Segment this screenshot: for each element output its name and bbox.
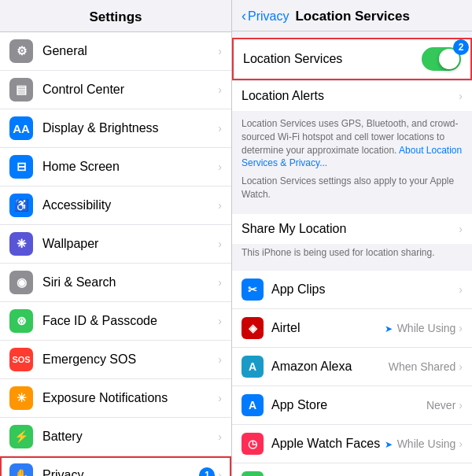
chevron-display: › bbox=[218, 122, 222, 135]
display-icon: AA bbox=[9, 116, 33, 140]
settings-item-emergency-sos[interactable]: SOSEmergency SOS› bbox=[0, 341, 231, 379]
settings-label-privacy: Privacy bbox=[42, 468, 199, 476]
settings-item-privacy[interactable]: ✋Privacy1› bbox=[0, 456, 231, 476]
chevron-emergency-sos: › bbox=[218, 353, 222, 366]
right-header: ‹ Privacy Location Services bbox=[232, 0, 472, 31]
settings-label-emergency-sos: Emergency SOS bbox=[42, 352, 218, 367]
settings-label-display: Display & Brightness bbox=[42, 121, 218, 135]
settings-label-general: General bbox=[42, 44, 218, 58]
settings-item-accessibility[interactable]: ♿Accessibility› bbox=[0, 186, 231, 225]
chevron-face-id: › bbox=[218, 315, 222, 327]
face-id-icon: ⊛ bbox=[9, 309, 33, 333]
app-label-apple-watch-faces: Apple Watch Faces bbox=[271, 437, 385, 451]
chevron-privacy: › bbox=[218, 469, 222, 476]
app-value-apple-watch-faces: ➤ While Using bbox=[385, 437, 455, 450]
settings-item-general[interactable]: ⚙General› bbox=[0, 32, 231, 71]
share-note: This iPhone is being used for location s… bbox=[232, 244, 472, 264]
apple-watch-workout-icon: ✦ bbox=[242, 471, 264, 476]
location-arrow-icon: ➤ bbox=[385, 323, 395, 334]
location-description: Location Services uses GPS, Bluetooth, a… bbox=[232, 111, 472, 208]
airtel-icon: ◈ bbox=[242, 317, 264, 339]
app-row-apple-watch-faces[interactable]: ◷Apple Watch Faces➤ While Using› bbox=[232, 425, 472, 463]
location-services-toggle[interactable]: 2 bbox=[422, 47, 461, 71]
settings-label-control-center: Control Center bbox=[42, 83, 218, 97]
settings-header: Settings bbox=[0, 0, 231, 32]
badge-privacy: 1 bbox=[199, 467, 215, 476]
app-label-app-store: App Store bbox=[271, 398, 426, 412]
app-row-app-clips[interactable]: ✂App Clips› bbox=[232, 271, 472, 309]
wallpaper-icon: ❈ bbox=[9, 232, 33, 256]
share-chevron: › bbox=[459, 223, 463, 235]
right-panel-title: Location Services bbox=[295, 9, 410, 24]
watch-note: Location Services settings also apply to… bbox=[242, 175, 463, 201]
app-value-app-store: Never bbox=[426, 399, 455, 411]
back-button[interactable]: ‹ Privacy bbox=[242, 8, 289, 24]
privacy-icon: ✋ bbox=[9, 463, 33, 476]
app-chevron-app-clips: › bbox=[459, 283, 463, 296]
chevron-home-screen: › bbox=[218, 161, 222, 173]
location-alerts-label: Location Alerts bbox=[242, 89, 459, 103]
location-alerts-chevron: › bbox=[459, 90, 463, 102]
back-label: Privacy bbox=[248, 9, 289, 24]
chevron-accessibility: › bbox=[218, 199, 222, 212]
settings-item-siri-search[interactable]: ◉Siri & Search› bbox=[0, 264, 231, 302]
back-chevron-icon: ‹ bbox=[242, 8, 246, 24]
settings-item-display[interactable]: AADisplay & Brightness› bbox=[0, 109, 231, 148]
location-alerts-row[interactable]: Location Alerts › bbox=[232, 81, 472, 111]
app-chevron-apple-watch-faces: › bbox=[459, 437, 463, 450]
chevron-battery: › bbox=[218, 430, 222, 443]
accessibility-icon: ♿ bbox=[9, 194, 33, 217]
settings-label-accessibility: Accessibility bbox=[42, 198, 218, 212]
app-clips-icon: ✂ bbox=[242, 279, 264, 301]
battery-icon: ⚡ bbox=[9, 425, 33, 448]
settings-item-face-id[interactable]: ⊛Face ID & Passcode› bbox=[0, 302, 231, 341]
chevron-exposure: › bbox=[218, 392, 222, 404]
chevron-siri-search: › bbox=[218, 276, 222, 289]
share-my-location-row[interactable]: Share My Location › bbox=[232, 214, 472, 244]
settings-item-home-screen[interactable]: ⊟Home Screen› bbox=[0, 148, 231, 186]
badge-2: 2 bbox=[453, 39, 469, 55]
app-row-apple-watch-workout[interactable]: ✦Apple Watch WorkoutNever› bbox=[232, 463, 472, 476]
settings-item-control-center[interactable]: ▤Control Center› bbox=[0, 71, 231, 109]
app-row-app-store[interactable]: AApp StoreNever› bbox=[232, 386, 472, 425]
left-panel: Settings ⚙General›▤Control Center›AADisp… bbox=[0, 0, 232, 476]
location-services-row: Location Services 2 bbox=[232, 38, 472, 80]
location-desc-text: Location Services uses GPS, Bluetooth, a… bbox=[242, 117, 463, 170]
siri-search-icon: ◉ bbox=[9, 271, 33, 294]
app-value-airtel: ➤ While Using bbox=[385, 322, 455, 334]
home-screen-icon: ⊟ bbox=[9, 155, 33, 179]
location-services-label: Location Services bbox=[243, 52, 422, 66]
settings-list: ⚙General›▤Control Center›AADisplay & Bri… bbox=[0, 32, 231, 476]
app-row-airtel[interactable]: ◈Airtel➤ While Using› bbox=[232, 309, 472, 348]
settings-label-wallpaper: Wallpaper bbox=[42, 237, 218, 251]
alexa-icon: A bbox=[242, 356, 264, 378]
settings-item-wallpaper[interactable]: ❈Wallpaper› bbox=[0, 225, 231, 264]
control-center-icon: ▤ bbox=[9, 78, 33, 101]
settings-label-exposure: Exposure Notifications bbox=[42, 391, 218, 405]
settings-title: Settings bbox=[89, 9, 142, 24]
chevron-control-center: › bbox=[218, 83, 222, 96]
app-label-alexa: Amazon Alexa bbox=[271, 360, 389, 374]
app-label-app-clips: App Clips bbox=[271, 282, 459, 297]
apple-watch-faces-icon: ◷ bbox=[242, 433, 264, 455]
app-chevron-alexa: › bbox=[459, 360, 463, 373]
chevron-general: › bbox=[218, 45, 222, 57]
apps-section: ✂App Clips›◈Airtel➤ While Using›AAmazon … bbox=[232, 271, 472, 476]
settings-label-siri-search: Siri & Search bbox=[42, 275, 218, 290]
app-chevron-app-store: › bbox=[459, 399, 463, 411]
settings-label-face-id: Face ID & Passcode bbox=[42, 314, 218, 328]
settings-label-home-screen: Home Screen bbox=[42, 160, 218, 174]
chevron-wallpaper: › bbox=[218, 238, 222, 250]
app-label-airtel: Airtel bbox=[271, 321, 385, 335]
general-icon: ⚙ bbox=[9, 39, 33, 63]
app-chevron-airtel: › bbox=[459, 322, 463, 334]
location-arrow-icon: ➤ bbox=[385, 439, 395, 450]
app-store-icon: A bbox=[242, 394, 264, 416]
share-my-location-label: Share My Location bbox=[242, 222, 459, 236]
settings-item-exposure[interactable]: ✳Exposure Notifications› bbox=[0, 379, 231, 418]
settings-label-battery: Battery bbox=[42, 430, 218, 444]
settings-item-battery[interactable]: ⚡Battery› bbox=[0, 418, 231, 456]
app-row-alexa[interactable]: AAmazon AlexaWhen Shared› bbox=[232, 348, 472, 386]
emergency-sos-icon: SOS bbox=[9, 348, 33, 371]
exposure-icon: ✳ bbox=[9, 386, 33, 410]
